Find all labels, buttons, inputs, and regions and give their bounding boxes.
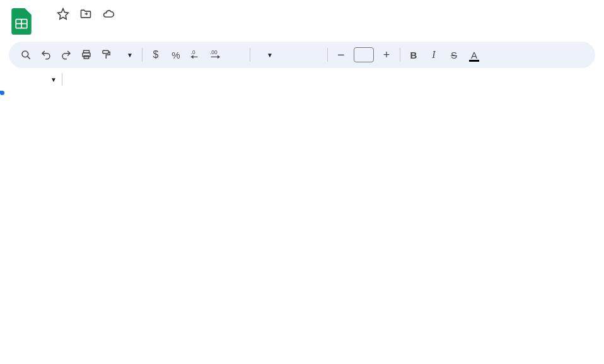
paint-format-icon[interactable] xyxy=(97,45,116,64)
selection-overlay xyxy=(0,91,1,92)
toolbar: ▼ $ % .0 .00 ▼ − + B I S A xyxy=(9,42,595,68)
font-size-input[interactable] xyxy=(354,47,374,62)
increase-font-size-button[interactable]: + xyxy=(377,45,396,64)
active-cell-outline xyxy=(0,91,3,93)
more-formats-icon[interactable] xyxy=(227,45,246,64)
separator xyxy=(250,48,250,62)
svg-text:.0: .0 xyxy=(191,49,195,55)
font-family-dropdown[interactable]: ▼ xyxy=(254,52,323,59)
separator xyxy=(327,48,328,62)
menu-tools[interactable] xyxy=(116,24,127,29)
formula-bar[interactable] xyxy=(80,72,604,87)
caret-down-icon: ▼ xyxy=(127,52,133,59)
font-size-group: − + xyxy=(332,45,396,64)
sheets-logo[interactable] xyxy=(9,5,34,35)
separator xyxy=(400,48,400,62)
search-menus-icon[interactable] xyxy=(16,45,35,64)
svg-point-3 xyxy=(22,51,28,57)
svg-text:.00: .00 xyxy=(210,49,218,55)
menu-file[interactable] xyxy=(40,24,52,29)
separator xyxy=(142,48,142,62)
menu-data[interactable] xyxy=(103,24,115,29)
separator xyxy=(62,73,62,86)
star-icon[interactable] xyxy=(55,6,71,21)
percent-icon[interactable]: % xyxy=(166,45,185,64)
menu-help[interactable] xyxy=(141,24,153,29)
menu-bar xyxy=(40,23,595,29)
currency-icon[interactable]: $ xyxy=(146,45,165,64)
header xyxy=(0,0,604,35)
menu-edit[interactable] xyxy=(53,24,64,29)
caret-down-icon: ▼ xyxy=(267,52,273,59)
selection-fill-handle[interactable] xyxy=(0,91,4,95)
menu-insert[interactable] xyxy=(78,24,90,29)
undo-icon[interactable] xyxy=(37,45,55,64)
strikethrough-button[interactable]: S xyxy=(444,45,463,64)
menu-view[interactable] xyxy=(66,24,77,29)
zoom-dropdown[interactable]: ▼ xyxy=(117,52,138,59)
decrease-font-size-button[interactable]: − xyxy=(332,45,351,64)
menu-format[interactable] xyxy=(91,24,102,29)
decrease-decimal-icon[interactable]: .0 xyxy=(187,45,206,64)
doc-title[interactable] xyxy=(40,13,48,14)
move-to-folder-icon[interactable] xyxy=(78,6,93,21)
svg-rect-8 xyxy=(103,50,108,54)
increase-decimal-icon[interactable]: .00 xyxy=(207,45,226,64)
bold-button[interactable]: B xyxy=(404,45,423,64)
text-color-button[interactable]: A xyxy=(465,45,484,64)
caret-down-icon: ▼ xyxy=(50,76,57,83)
title-area xyxy=(40,5,595,29)
print-icon[interactable] xyxy=(77,45,96,64)
cloud-status-icon[interactable] xyxy=(101,6,116,21)
svg-line-4 xyxy=(28,57,30,59)
redo-icon[interactable] xyxy=(57,45,76,64)
italic-button[interactable]: I xyxy=(424,45,443,64)
menu-extensions[interactable] xyxy=(129,24,140,29)
formula-bar-row: ▼ xyxy=(0,68,604,87)
name-box[interactable]: ▼ xyxy=(6,76,57,83)
